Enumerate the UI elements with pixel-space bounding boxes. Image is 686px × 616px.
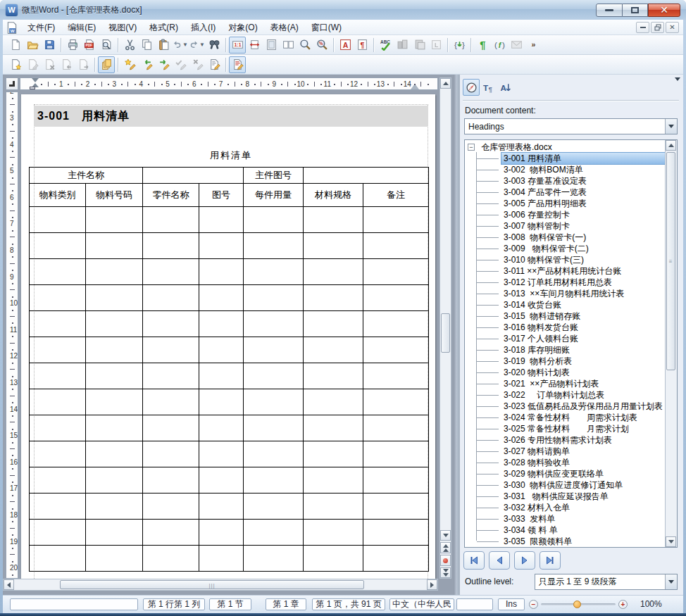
show-changes-button[interactable] [229, 56, 246, 73]
table-cell[interactable] [86, 467, 143, 494]
zoom-thumb[interactable] [573, 601, 581, 608]
tree-item[interactable]: 3-010 物料保管卡(三) [465, 254, 665, 265]
sort-button[interactable]: A [497, 79, 513, 96]
table-cell[interactable] [30, 207, 86, 233]
tree-item[interactable]: 3-035 限额领料单 [465, 536, 665, 547]
table-cell[interactable] [86, 520, 143, 546]
zoom-out-button[interactable]: − [529, 600, 538, 609]
table-cell[interactable] [363, 363, 429, 389]
tree-item[interactable]: 3-029 物料供应变更联络单 [465, 468, 665, 479]
table-cell[interactable] [363, 233, 429, 259]
new-document-button[interactable] [7, 37, 24, 54]
document-tree[interactable]: −仓库管理表格.docx3-001 用料清单3-002 物料BOM清单3-003… [464, 139, 678, 548]
column-header-cell[interactable]: 物料号码 [86, 184, 143, 207]
insert-field-button[interactable]: {} [451, 37, 468, 54]
table-cell[interactable] [363, 285, 429, 311]
table-cell[interactable] [199, 467, 244, 494]
tree-item[interactable]: 3-022 订单物料计划总表 [465, 389, 665, 401]
table-cell[interactable] [199, 207, 244, 233]
table-cell[interactable] [304, 441, 363, 467]
save-button[interactable] [41, 37, 58, 54]
edit-note-button[interactable] [206, 56, 223, 73]
tree-item[interactable]: 3-034 领 料 单 [465, 524, 665, 536]
tree-scroll-up-button[interactable] [666, 140, 676, 151]
scroll-right-button[interactable] [427, 579, 437, 590]
menu-item[interactable]: 视图(V) [102, 23, 143, 32]
table-cell[interactable] [199, 285, 244, 311]
table-cell[interactable] [86, 259, 143, 285]
table-cell[interactable] [30, 494, 86, 520]
heading-levels-button[interactable]: T¶ [480, 79, 497, 96]
zoom-slider[interactable]: − + [529, 600, 628, 609]
menu-item[interactable]: 窗口(W) [305, 23, 348, 32]
table-cell[interactable] [363, 311, 429, 337]
minimize-button[interactable] [596, 4, 623, 17]
tree-item[interactable]: 3-028 物料验收单 [465, 457, 665, 468]
next-page-button[interactable] [440, 567, 451, 578]
table-cell[interactable] [304, 467, 363, 494]
tree-item[interactable]: 3-018 库存明细账 [465, 344, 665, 356]
table-cell[interactable] [363, 415, 429, 441]
table-cell[interactable] [304, 259, 363, 285]
table-cell[interactable] [363, 259, 429, 285]
paste-button[interactable] [155, 37, 172, 54]
find-replace-button[interactable] [206, 37, 223, 54]
child-minimize-button[interactable] [636, 22, 649, 33]
table-cell[interactable] [143, 363, 199, 389]
tree-item[interactable]: 3-025 常备性材料 月需求计划 [465, 423, 665, 434]
table-cell[interactable]: 主件图号 [244, 168, 304, 184]
table-cell[interactable] [199, 415, 244, 441]
column-header-cell[interactable]: 零件名称 [143, 184, 199, 207]
table-cell[interactable] [304, 207, 363, 233]
previous-heading-button[interactable] [489, 551, 510, 570]
table-cell[interactable] [143, 415, 199, 441]
table-cell[interactable] [244, 311, 304, 337]
open-button[interactable] [24, 37, 41, 54]
vertical-scrollbar[interactable] [439, 77, 451, 579]
table-cell[interactable] [199, 520, 244, 546]
horizontal-scrollbar[interactable]: ||| [3, 579, 438, 591]
table-cell[interactable] [143, 311, 199, 337]
print-preview-button[interactable] [98, 37, 115, 54]
dropdown-button[interactable] [665, 574, 677, 589]
navigation-button[interactable] [463, 79, 480, 96]
table-cell[interactable] [363, 546, 429, 572]
table-cell[interactable] [86, 546, 143, 572]
table-cell[interactable] [304, 337, 363, 363]
content-view-select[interactable]: Headings [464, 118, 678, 134]
tree-item[interactable]: 3-023 低值易耗品及劳保用品月用量计划表 [465, 401, 665, 412]
table-cell[interactable] [30, 311, 86, 337]
table-cell[interactable] [199, 389, 244, 415]
tree-item[interactable]: 3-024 常备性材料 周需求计划表 [465, 412, 665, 423]
table-cell[interactable] [143, 546, 199, 572]
tree-item[interactable]: 3-011 ××产品材料耗用统计台账 [465, 265, 665, 277]
nonprinting-chars-button[interactable]: ¶ [474, 37, 491, 54]
table-cell[interactable] [244, 520, 304, 546]
table-cell[interactable] [86, 441, 143, 467]
table-cell[interactable] [363, 467, 429, 494]
chevron-down-icon[interactable]: ▼ [182, 42, 188, 48]
tree-item[interactable]: 3-017 个人领料台账 [465, 333, 665, 344]
chapter-field[interactable]: 第 1 章 [266, 598, 306, 610]
zoom-percent-button[interactable]: % [313, 37, 330, 54]
table-cell[interactable] [143, 520, 199, 546]
table-cell[interactable] [304, 233, 363, 259]
table-cell[interactable] [244, 233, 304, 259]
table-cell[interactable] [30, 259, 86, 285]
table-cell[interactable] [363, 494, 429, 520]
table-cell[interactable] [304, 285, 363, 311]
table-cell[interactable] [304, 546, 363, 572]
table-cell[interactable] [86, 363, 143, 389]
dropdown-button[interactable] [665, 119, 677, 134]
table-cell[interactable] [30, 415, 86, 441]
table-cell[interactable] [244, 494, 304, 520]
vertical-scroll-thumb[interactable] [441, 313, 450, 353]
tree-item[interactable]: 3-016 物料发货台账 [465, 322, 665, 333]
table-cell[interactable] [86, 207, 143, 233]
export-pdf-button[interactable]: PDF [81, 37, 98, 54]
table-cell[interactable] [304, 389, 363, 415]
tree-scroll-down-button[interactable] [666, 536, 676, 547]
panel-splitter[interactable] [454, 75, 459, 595]
more-button[interactable]: » [525, 37, 542, 54]
scroll-left-button[interactable] [4, 579, 14, 590]
